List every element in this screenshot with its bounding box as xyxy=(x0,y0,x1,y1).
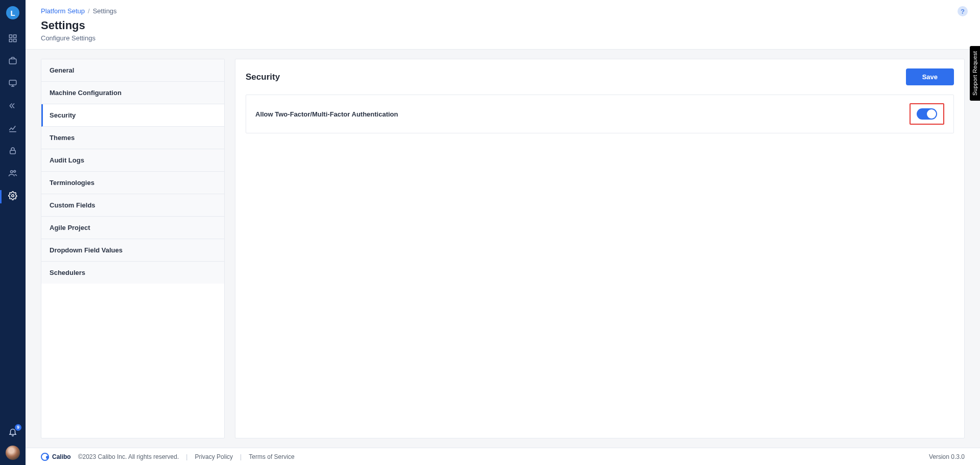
gear-icon xyxy=(8,191,17,202)
svg-rect-3 xyxy=(14,39,16,42)
chart-line-icon xyxy=(8,124,17,135)
nav-security[interactable] xyxy=(0,144,26,159)
settings-nav: General Machine Configuration Security T… xyxy=(41,59,225,438)
nav-rail-bottom: 9 xyxy=(0,427,26,460)
svg-rect-2 xyxy=(9,39,12,42)
settings-nav-item-label: General xyxy=(50,66,74,74)
footer-separator: | xyxy=(186,453,187,460)
svg-point-8 xyxy=(14,170,16,172)
settings-nav-schedulers[interactable]: Schedulers xyxy=(41,262,224,284)
breadcrumb: Platform Setup / Settings xyxy=(41,7,965,15)
settings-nav-general[interactable]: General xyxy=(41,59,224,82)
settings-nav-item-label: Audit Logs xyxy=(50,156,84,164)
brand-mark-icon xyxy=(41,453,49,461)
settings-nav-item-label: Terminologies xyxy=(50,179,94,187)
settings-nav-security[interactable]: Security xyxy=(41,104,224,127)
mfa-setting-label: Allow Two-Factor/Multi-Factor Authentica… xyxy=(255,110,398,118)
mfa-toggle[interactable] xyxy=(917,108,937,120)
nav-monitor[interactable] xyxy=(0,77,26,92)
app-logo-letter: L xyxy=(10,9,15,17)
settings-nav-item-label: Themes xyxy=(50,134,75,142)
nav-dashboard[interactable] xyxy=(0,32,26,47)
svg-rect-1 xyxy=(14,35,16,37)
nav-briefcase[interactable] xyxy=(0,54,26,69)
page-title: Settings xyxy=(41,19,965,32)
footer-separator: | xyxy=(240,453,242,460)
breadcrumb-current: Settings xyxy=(93,7,117,15)
settings-nav-item-label: Machine Configuration xyxy=(50,89,122,97)
settings-nav-item-label: Custom Fields xyxy=(50,201,95,209)
breadcrumb-parent-link[interactable]: Platform Setup xyxy=(41,7,85,15)
security-panel: Security Save Allow Two-Factor/Multi-Fac… xyxy=(235,59,965,438)
settings-nav-item-label: Agile Project xyxy=(50,224,90,231)
footer-privacy-link[interactable]: Privacy Policy xyxy=(195,453,233,460)
users-icon xyxy=(8,169,17,180)
footer-brand: Calibo xyxy=(41,453,71,461)
app-logo[interactable]: L xyxy=(6,6,19,19)
nav-settings[interactable] xyxy=(0,189,26,204)
footer-copyright: ©2023 Calibo Inc. All rights reserved. xyxy=(78,453,179,460)
breadcrumb-separator: / xyxy=(88,7,90,15)
settings-nav-item-label: Dropdown Field Values xyxy=(50,246,123,254)
briefcase-icon xyxy=(8,56,17,67)
svg-rect-5 xyxy=(9,80,16,85)
grid-icon xyxy=(8,34,17,45)
support-request-tab[interactable]: Support Request xyxy=(970,46,980,101)
settings-nav-terminologies[interactable]: Terminologies xyxy=(41,172,224,194)
settings-nav-themes[interactable]: Themes xyxy=(41,127,224,149)
nav-forward[interactable] xyxy=(0,99,26,114)
settings-nav-audit-logs[interactable]: Audit Logs xyxy=(41,149,224,172)
footer-terms-link[interactable]: Terms of Service xyxy=(249,453,294,460)
help-button[interactable]: ? xyxy=(958,6,968,16)
svg-rect-0 xyxy=(9,35,12,37)
nav-items xyxy=(0,32,26,204)
content: General Machine Configuration Security T… xyxy=(26,50,980,448)
nav-rail: L xyxy=(0,0,26,465)
settings-nav-agile-project[interactable]: Agile Project xyxy=(41,217,224,239)
settings-nav-custom-fields[interactable]: Custom Fields xyxy=(41,194,224,217)
help-icon: ? xyxy=(961,8,965,15)
user-avatar[interactable] xyxy=(6,446,20,460)
settings-nav-dropdown-field-values[interactable]: Dropdown Field Values xyxy=(41,239,224,262)
notifications-button[interactable]: 9 xyxy=(8,427,17,438)
forward-icon xyxy=(8,101,17,112)
mfa-setting-row: Allow Two-Factor/Multi-Factor Authentica… xyxy=(246,95,954,133)
footer: Calibo ©2023 Calibo Inc. All rights rese… xyxy=(26,448,980,465)
svg-rect-4 xyxy=(9,59,16,64)
settings-nav-machine-configuration[interactable]: Machine Configuration xyxy=(41,82,224,104)
settings-nav-item-label: Security xyxy=(50,111,76,119)
svg-point-9 xyxy=(12,195,14,197)
page-header: Platform Setup / Settings Settings Confi… xyxy=(26,0,980,50)
page-subtitle: Configure Settings xyxy=(41,34,965,42)
mfa-toggle-highlight xyxy=(910,103,944,125)
nav-users[interactable] xyxy=(0,167,26,182)
settings-nav-item-label: Schedulers xyxy=(50,269,85,276)
svg-point-7 xyxy=(11,171,13,173)
footer-version: Version 0.3.0 xyxy=(929,453,965,460)
bell-icon xyxy=(8,429,17,438)
footer-brand-name: Calibo xyxy=(52,453,71,460)
notification-count-badge: 9 xyxy=(15,424,21,431)
monitor-icon xyxy=(8,79,17,90)
lock-icon xyxy=(8,146,17,157)
main: Platform Setup / Settings Settings Confi… xyxy=(26,0,980,465)
panel-head: Security Save xyxy=(246,68,954,85)
svg-rect-6 xyxy=(10,150,16,154)
panel-title: Security xyxy=(246,72,280,82)
save-button[interactable]: Save xyxy=(906,68,954,85)
nav-analytics[interactable] xyxy=(0,122,26,137)
footer-left: Calibo ©2023 Calibo Inc. All rights rese… xyxy=(41,453,295,461)
